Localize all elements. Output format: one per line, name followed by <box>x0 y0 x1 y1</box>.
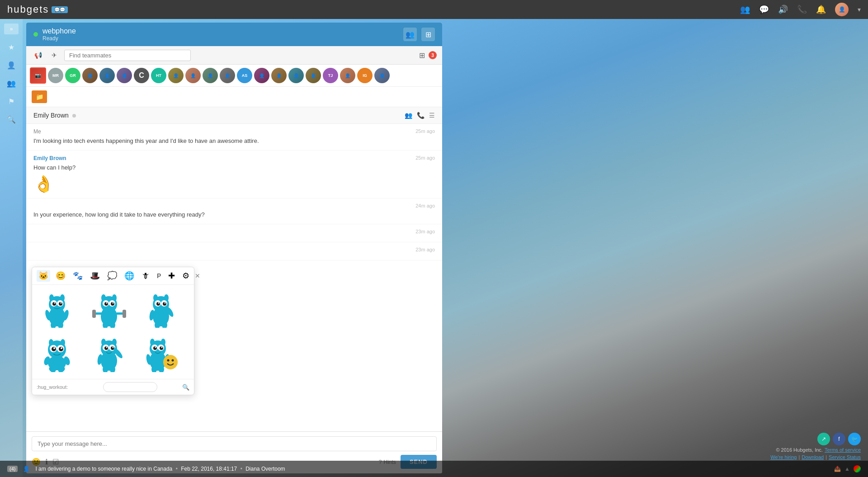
header-group-icon-button[interactable]: 👥 <box>403 28 417 41</box>
avatar-photo12[interactable]: 👤 <box>340 68 355 83</box>
message-text-input[interactable] <box>32 436 437 451</box>
contacts-sidebar-icon: 👤 <box>7 61 16 70</box>
avatar-photo11[interactable]: 👤 <box>306 68 321 83</box>
sidebar-item-favorites[interactable]: ★ <box>3 39 19 55</box>
emoji-tab-smileys[interactable]: 😊 <box>54 270 67 282</box>
emoji-tab-bubbles[interactable]: 💭 <box>105 270 119 282</box>
emoji-tab-hats[interactable]: 🎩 <box>88 270 102 282</box>
chat-header-actions: 👥 📞 ☰ <box>405 112 435 119</box>
user-avatar[interactable]: 👤 <box>835 3 849 16</box>
message-meta-3: 24m ago <box>33 203 435 208</box>
emoji-tab-p[interactable]: P <box>155 271 163 280</box>
app-header-info: webphone Ready <box>42 27 76 42</box>
sidebar-item-search[interactable]: 🔍 <box>3 111 19 128</box>
emoji-search-input[interactable] <box>103 382 157 392</box>
sidebar-item-groups[interactable]: 👥 <box>3 75 19 91</box>
status-color-dot <box>854 465 861 472</box>
volume-icon[interactable]: 🔊 <box>778 5 788 14</box>
sidebar-collapse-button[interactable]: » <box>4 24 19 34</box>
message-meta-1: Me 25m ago <box>33 128 435 135</box>
chat-call-icon[interactable]: 📞 <box>417 112 425 119</box>
emoji-tab-grid[interactable]: ✚ <box>166 270 177 282</box>
avatar-photo8[interactable]: 👤 <box>254 68 269 83</box>
download-link[interactable]: Download <box>802 454 824 460</box>
view-grid-button[interactable]: ⊞ <box>419 51 425 60</box>
status-bullet: • <box>176 466 178 472</box>
sticker-1[interactable] <box>37 289 77 330</box>
svg-point-88 <box>172 359 174 362</box>
sidebar-item-flags[interactable]: ⚑ <box>3 93 19 109</box>
avatar-photo4[interactable]: 👤 <box>168 68 184 83</box>
sticker-2[interactable] <box>89 289 129 330</box>
find-teammates-input[interactable] <box>64 50 191 61</box>
chat-contact-info: Emily Brown <box>33 112 76 119</box>
avatar-dropdown-icon[interactable]: ▾ <box>858 6 861 13</box>
contacts-icon[interactable]: 👥 <box>740 5 750 14</box>
chat-group-icon[interactable]: 👥 <box>405 112 412 119</box>
avatar-photo3[interactable]: 👤 <box>117 68 132 83</box>
twitter-icon[interactable]: 🐦 <box>848 433 861 445</box>
svg-point-67 <box>112 347 113 348</box>
sticker-3[interactable] <box>141 289 182 330</box>
chat-area[interactable]: Emily Brown 👥 📞 ☰ Me 25m ago I'm looking… <box>26 107 442 431</box>
folder-icon[interactable]: 📁 <box>32 90 47 103</box>
contact-status-dot <box>72 114 76 118</box>
terms-link[interactable]: Terms of service <box>825 447 861 453</box>
announcement-button[interactable]: 📢 <box>32 49 44 61</box>
avatar-dark[interactable]: C <box>134 68 149 83</box>
emoji-tab-monsters[interactable]: 🐱 <box>37 270 50 282</box>
sticker-6[interactable] <box>141 334 182 374</box>
avatar-active[interactable]: 📷 <box>30 67 46 84</box>
avatar-photo5[interactable]: 👤 <box>185 68 201 83</box>
avatar-photo9[interactable]: 👤 <box>271 68 287 83</box>
svg-point-22 <box>106 302 107 304</box>
status-share-icon[interactable]: 📤 <box>834 466 841 472</box>
facebook-icon[interactable]: f <box>833 433 845 445</box>
sticker-4[interactable] <box>37 334 77 374</box>
emoji-tab-globe[interactable]: 🌐 <box>123 270 136 282</box>
service-status-link[interactable]: Service Status <box>829 454 861 460</box>
avatar-initials: 👤 <box>839 6 845 13</box>
avatar-tj[interactable]: TJ <box>323 68 338 83</box>
sticker-5[interactable] <box>89 334 129 374</box>
avatar-mr[interactable]: MR <box>48 68 63 83</box>
left-sidebar: » ★ 👤 👥 ⚑ 🔍 <box>0 19 23 477</box>
emoji-tab-animals[interactable]: 🐾 <box>71 270 85 282</box>
message-time-3: 24m ago <box>415 203 435 208</box>
message-group-3: 24m ago In your experience, how long did… <box>26 198 442 224</box>
phone-icon[interactable]: 📞 <box>797 5 807 14</box>
avatar-photo10[interactable]: 👤 <box>288 68 304 83</box>
hiring-link[interactable]: We're hiring <box>770 454 797 460</box>
avatar-as[interactable]: AS <box>237 68 252 83</box>
notification-icon[interactable]: 🔔 <box>816 5 826 14</box>
svg-point-23 <box>112 302 113 304</box>
status-bullet-2: • <box>241 466 242 472</box>
share-icon-teal[interactable]: ↗ <box>817 433 830 445</box>
svg-point-9 <box>60 302 61 304</box>
avatar-ht[interactable]: HT <box>151 68 166 83</box>
send-toolbar-button[interactable]: ✈ <box>48 49 61 61</box>
status-text: Ready <box>42 35 76 42</box>
message-time-5: 23m ago <box>415 247 435 252</box>
toolbar-right: ⊞ 3 <box>419 51 437 60</box>
chat-icon[interactable]: 💬 <box>759 5 769 14</box>
chat-menu-icon[interactable]: ☰ <box>429 112 435 119</box>
avatar-photo13[interactable]: 👤 <box>374 68 390 83</box>
emoji-search-icon[interactable]: 🔍 <box>182 384 189 391</box>
sidebar-item-contacts[interactable]: 👤 <box>3 57 19 73</box>
avatar-ig[interactable]: IG <box>357 68 373 83</box>
emoji-tab-settings[interactable]: ⚙ <box>180 270 191 282</box>
svg-point-38 <box>158 302 160 304</box>
avatar-photo7[interactable]: 👤 <box>220 68 235 83</box>
avatar-gr[interactable]: GR <box>65 68 80 83</box>
svg-point-66 <box>106 347 107 348</box>
emoji-picker-close[interactable]: ✕ <box>195 272 200 279</box>
avatar-photo2[interactable]: 👤 <box>99 68 115 83</box>
avatar-photo6[interactable]: 👤 <box>203 68 218 83</box>
emoji-tab-sword[interactable]: 🗡 <box>140 270 151 282</box>
avatar-photo1[interactable]: 👤 <box>82 68 98 83</box>
notification-badge[interactable]: 3 <box>429 51 437 59</box>
message-time-1: 25m ago <box>415 128 435 135</box>
sticker-4-svg <box>40 336 74 372</box>
header-grid-icon-button[interactable]: ⊞ <box>421 28 435 41</box>
